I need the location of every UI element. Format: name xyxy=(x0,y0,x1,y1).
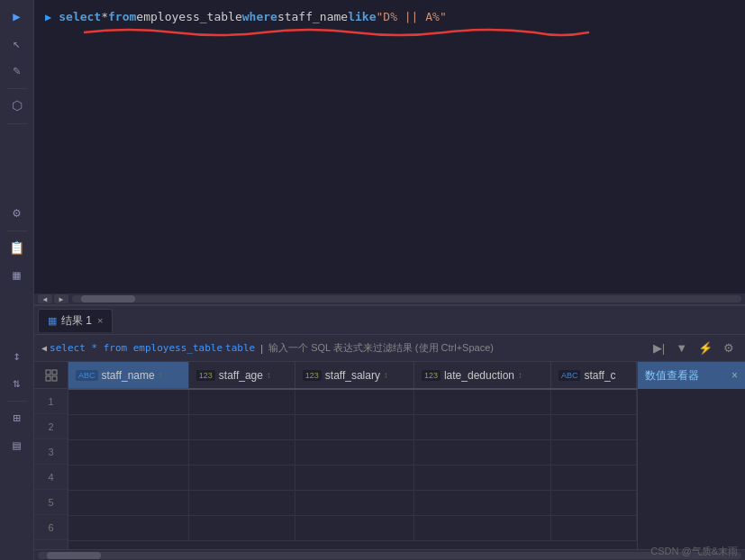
editor-scrollbar-thumb[interactable] xyxy=(81,295,135,303)
line-arrow: ▶ xyxy=(45,7,51,27)
editor-scrollbar[interactable]: ◀ ▶ xyxy=(34,294,745,304)
cell xyxy=(188,465,295,490)
h-scrollbar-track[interactable] xyxy=(38,552,741,559)
filter-toolbar: ▶| ▼ ⚡ ⚙ xyxy=(650,339,738,357)
scroll-left-btn[interactable]: ◀ xyxy=(38,294,52,303)
filter-input[interactable]: 输入一个 SQL 表达式来过滤结果 (使用 Ctrl+Space) xyxy=(268,341,644,355)
result-tabs-bar: ▦ 结果 1 × xyxy=(34,306,745,335)
header-row: ABC staff_name ↕ 123 staff_age ↕ xyxy=(68,362,637,389)
data-viewer-close-btn[interactable]: × xyxy=(731,369,738,382)
filter-separator-icon: | xyxy=(260,343,263,354)
data-icon[interactable]: ⊞ xyxy=(5,405,30,430)
cell xyxy=(295,515,413,540)
result-settings-icon[interactable]: ⚙ xyxy=(720,339,738,357)
col-sort-icon-3[interactable]: ↕ xyxy=(384,370,388,380)
filter-sql-label: select * from employess_table xyxy=(50,342,223,354)
divider-4 xyxy=(7,401,27,402)
main-area: ▶ select * from employess_table where st… xyxy=(34,0,745,560)
col-type-123-3: 123 xyxy=(422,370,441,381)
table-row[interactable] xyxy=(68,490,637,515)
row-num-header xyxy=(34,362,68,389)
cursor-icon[interactable]: ↖ xyxy=(5,31,30,56)
table-row[interactable] xyxy=(68,439,637,465)
nav-forward-btn[interactable]: ▶| xyxy=(650,339,668,357)
table-row[interactable] xyxy=(68,515,637,540)
col-staff-name-label: staff_name xyxy=(102,369,155,382)
col-type-123-2: 123 xyxy=(303,370,322,381)
table-row[interactable] xyxy=(68,389,637,414)
cell xyxy=(413,490,550,515)
table-row[interactable] xyxy=(68,414,637,439)
sql-reference: ◀ select * from employess_table table xyxy=(41,342,255,354)
col-sort-icon-2[interactable]: ↕ xyxy=(267,370,271,380)
settings-icon[interactable]: ⚙ xyxy=(5,200,30,225)
table-container: 1 2 3 4 5 6 ABC staff_name xyxy=(34,362,745,549)
col-staff-salary[interactable]: 123 staff_salary ↕ xyxy=(295,362,413,389)
run-icon[interactable]: ▶ xyxy=(5,4,30,29)
select-keyword: select xyxy=(59,7,101,27)
arrow-left-icon: ◀ xyxy=(41,343,47,353)
export-icon[interactable]: ⬡ xyxy=(5,93,30,118)
result-tab-label: 结果 1 xyxy=(61,313,92,329)
bottom-scrollbar[interactable] xyxy=(34,549,745,560)
col-staff-name[interactable]: ABC staff_name ↕ xyxy=(68,362,188,389)
svg-rect-1 xyxy=(52,370,57,375)
cell xyxy=(550,465,636,490)
cell xyxy=(413,465,550,490)
editor-area: ▶ select * from employess_table where st… xyxy=(34,0,745,306)
table-header: ABC staff_name ↕ 123 staff_age ↕ xyxy=(68,362,637,389)
col-sort-icon-1[interactable]: ↕ xyxy=(159,370,163,380)
row-num-4: 4 xyxy=(34,465,68,490)
star-operator: * xyxy=(101,7,108,27)
divider-1 xyxy=(7,88,27,89)
grid-icon[interactable]: ▦ xyxy=(5,262,30,287)
data-table: ABC staff_name ↕ 123 staff_age ↕ xyxy=(68,362,637,541)
column-name: staff_name xyxy=(277,7,348,27)
where-keyword: where xyxy=(242,7,277,27)
result-tab-close[interactable]: × xyxy=(97,315,103,326)
col-late-deduction[interactable]: 123 late_deduction ↕ xyxy=(413,362,550,389)
sort-icon[interactable]: ↕ xyxy=(5,343,30,368)
cell xyxy=(550,439,636,465)
data-viewer-label: 数值查看器 xyxy=(645,368,699,384)
edit-icon[interactable]: ✎ xyxy=(5,58,30,83)
result-tab-1[interactable]: ▦ 结果 1 × xyxy=(38,309,113,332)
row-num-2: 2 xyxy=(34,414,68,439)
row-num-5: 5 xyxy=(34,490,68,515)
cell xyxy=(550,490,636,515)
editor-content[interactable]: ▶ select * from employess_table where st… xyxy=(34,0,745,34)
scroll-right-btn[interactable]: ▶ xyxy=(54,294,68,303)
cell xyxy=(68,389,188,414)
filter-action-icon[interactable]: ⚡ xyxy=(695,339,716,357)
data-viewer-header: 数值查看器 × xyxy=(638,362,745,389)
nav-dropdown-btn[interactable]: ▼ xyxy=(672,339,691,357)
cell xyxy=(68,439,188,465)
filter-table-ref: table xyxy=(225,342,255,354)
h-scrollbar-thumb[interactable] xyxy=(47,552,101,559)
col-sort-icon-4[interactable]: ↕ xyxy=(518,370,522,380)
cell xyxy=(295,389,413,414)
cell xyxy=(68,465,188,490)
cell xyxy=(295,465,413,490)
watermark: CSDN @气质&末雨 xyxy=(650,545,738,558)
svg-rect-2 xyxy=(46,376,50,381)
data-table-wrapper: ABC staff_name ↕ 123 staff_age ↕ xyxy=(68,362,637,549)
filter-icon[interactable]: ⇅ xyxy=(5,370,30,395)
cell xyxy=(550,389,636,414)
cell xyxy=(188,439,295,465)
col-staff-c[interactable]: ABC staff_c xyxy=(550,362,636,389)
editor-scrollbar-track[interactable] xyxy=(72,295,741,303)
cell xyxy=(68,490,188,515)
scroll-arrows: ◀ ▶ xyxy=(38,294,68,303)
row-numbers: 1 2 3 4 5 6 xyxy=(34,362,68,549)
table-icon[interactable]: ▤ xyxy=(5,432,30,457)
table-row[interactable] xyxy=(68,465,637,490)
cell xyxy=(550,414,636,439)
col-staff-age[interactable]: 123 staff_age ↕ xyxy=(188,362,295,389)
cell xyxy=(188,515,295,540)
divider-2 xyxy=(7,123,27,124)
file-add-icon[interactable]: 📋 xyxy=(5,235,30,260)
row-num-1: 1 xyxy=(34,389,68,414)
cell xyxy=(413,389,550,414)
tab-grid-icon: ▦ xyxy=(48,315,57,327)
